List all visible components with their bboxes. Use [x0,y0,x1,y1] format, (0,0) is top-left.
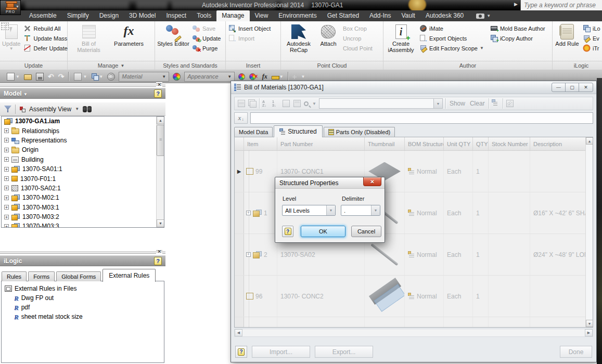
styles-editor-button[interactable]: Styles Editor [157,22,190,61]
tree-item-m03-2[interactable]: +13070-M03:2 [2,212,164,222]
bom-horizontal-scrollbar[interactable]: ◀ ▶ [234,329,593,337]
tab-assemble[interactable]: Assemble [24,10,62,21]
clear-button[interactable]: Clear [469,100,486,107]
tree-item-m03-1[interactable]: +13070-M03:1 [2,203,164,212]
copy-icon[interactable] [248,99,257,108]
column-header[interactable]: Unit QTY [444,137,473,150]
tab-add-ins[interactable]: Add-Ins [364,10,396,21]
style-purge-button[interactable]: ✕Purge [191,43,222,53]
parameters-button[interactable]: fx Parameters [109,22,149,61]
imate-button[interactable]: iMate [418,23,488,33]
column-header[interactable]: Thumbnail [365,137,405,150]
sort-expression-button[interactable]: x↓ [234,112,248,124]
measure-button[interactable]: ▼ [270,71,285,82]
scroll-left-icon[interactable]: ◀ [235,329,242,336]
help-icon[interactable]: ? [154,89,162,98]
undo-button[interactable]: ↶ [46,71,56,82]
rule-item[interactable]: RDwg FP out [5,293,164,303]
expand-icon[interactable]: + [4,176,9,181]
model-pane-splitter[interactable]: ✕ [0,84,165,88]
view-options-icon[interactable] [492,99,500,108]
tab-tools[interactable]: Tools [191,10,216,21]
appearance-combobox[interactable]: Appearance▼ [184,72,235,82]
help-icon[interactable]: ? [154,257,162,265]
ok-button[interactable]: OK [301,226,345,237]
tab-forms[interactable]: Forms [28,271,55,281]
tab-parts-only[interactable]: Parts Only (Disabled) [324,127,395,137]
scroll-thumb[interactable] [157,125,164,156]
uncrop-button[interactable]: Uncrop [342,33,374,43]
model-pane-header[interactable]: Model ▼ ? [0,88,165,99]
chevron-down-icon[interactable]: ▼ [75,107,79,111]
redo-button[interactable]: ↷ [57,71,66,82]
column-header[interactable]: Part Number [277,137,365,150]
attach-button[interactable]: Attach [316,22,340,61]
appearance-wheel-button[interactable] [171,71,182,82]
ilogic-pane-header[interactable]: iLogic ? [0,255,165,266]
export-button[interactable]: Export... [315,346,373,358]
expand-icon[interactable]: + [4,138,9,142]
bill-of-materials-button[interactable]: Bill of Materials [74,22,104,61]
tab-model-data[interactable]: Model Data [234,127,273,137]
insert-object-button[interactable]: Insert Object [227,23,272,33]
filter-icon[interactable] [4,106,11,112]
column-header[interactable]: Description [530,137,593,150]
bom-filter-combobox[interactable]: ▼ [319,98,443,109]
import-button[interactable]: Import... [252,346,310,358]
scroll-up-icon[interactable]: ▲ [586,137,593,145]
expand-icon[interactable]: + [4,186,9,190]
tree-item-building[interactable]: +Building [2,155,164,164]
tab-environments[interactable]: Environments [273,10,322,21]
cloud-point-button[interactable]: Cloud Point [342,43,374,53]
search-input[interactable] [521,0,602,10]
table-row[interactable]: 96 13070- CONC2 Normal Each 1 [235,276,593,317]
column-header[interactable]: QTY [473,137,489,150]
expand-icon[interactable]: + [4,215,9,219]
expand-icon[interactable]: + [4,128,9,133]
expand-icon[interactable]: + [4,157,9,162]
search-arrow-icon[interactable]: ▶ [514,2,518,7]
tab-structured[interactable]: Structured [274,125,322,137]
tree-item-f01[interactable]: +13070-F01:1 [2,174,164,183]
expand-icon[interactable]: + [4,167,9,172]
column-header[interactable]: BOM Structure [405,137,444,150]
cancel-button[interactable]: Cancel [351,226,381,237]
expand-icon[interactable]: + [4,196,9,200]
expand-icon[interactable]: + [4,205,9,210]
formula-field[interactable] [250,112,593,124]
style-update-button[interactable]: ↻Update [191,33,222,43]
scroll-down-icon[interactable]: ▼ [586,320,593,327]
expand-icon[interactable]: + [246,252,251,257]
find-binoculars-icon[interactable] [83,106,92,112]
bom-help-button[interactable]: ? [235,346,247,358]
show-button[interactable]: Show [449,100,466,107]
tab-design[interactable]: Design [94,10,124,21]
find-icon[interactable] [304,101,309,106]
tab-view[interactable]: View [250,10,274,21]
tree-item-sa02[interactable]: +13070-SA02:1 [2,184,164,193]
ilogic-pane-splitter[interactable]: ✕ [0,251,165,255]
help-search-box[interactable] [520,0,602,10]
tab-inspect[interactable]: Inspect [161,10,191,21]
close-icon[interactable]: ✕ [156,82,162,87]
adjust-appearance-button[interactable] [237,71,247,82]
itrigger-button[interactable]: iTr [582,43,601,53]
tab-vault[interactable]: Vault [396,10,420,21]
material-browser-button[interactable] [106,71,117,82]
tab-global-forms[interactable]: Global Forms [56,271,101,281]
expand-icon[interactable]: + [246,211,251,215]
bom-vertical-scrollbar[interactable]: ▲ ▼ [585,137,593,327]
rule-item[interactable]: Rsheet metal stock size [5,312,164,321]
scroll-down-icon[interactable]: ▼ [157,219,164,227]
inventor-app-button[interactable]: PRO ▼ [0,0,21,15]
panel-label-manage[interactable]: Manage▼ [68,61,155,70]
customize-toolbar-button[interactable]: ▼ [299,71,306,82]
tab-rules[interactable]: Rules [2,271,27,281]
part-number-merge-icon[interactable] [506,99,514,108]
add-column-icon[interactable] [282,99,290,108]
model-tree-scrollbar[interactable]: ▲ ▼ [156,116,164,227]
tab-external-rules[interactable]: External Rules [103,269,156,282]
mold-base-author-button[interactable]: +Mold Base Author [489,23,550,33]
box-crop-button[interactable]: Box Crop [342,23,374,33]
clear-appearance-button[interactable]: ✕ [248,71,260,82]
